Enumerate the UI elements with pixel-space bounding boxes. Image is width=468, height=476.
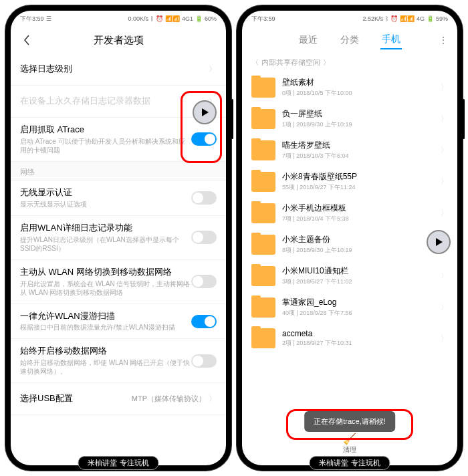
folder-row[interactable]: 喵生塔罗壁纸 7项 | 2018/10/3 下午6:04 〉 <box>242 134 457 166</box>
signal-icon: 📶📶 <box>165 15 180 22</box>
folder-name: 喵生塔罗壁纸 <box>282 140 434 151</box>
folder-name: 掌通家园_eLog <box>282 297 434 308</box>
page-title: 开发者选项 <box>11 34 226 47</box>
chevron-right-icon: 〉 <box>209 393 217 404</box>
toggle-mobile-always[interactable] <box>191 354 217 368</box>
tab-phone[interactable]: 手机 <box>380 31 402 49</box>
folder-name: accmeta <box>282 329 434 338</box>
row-wifi-cert[interactable]: 无线显示认证 显示无线显示认证选项 <box>11 181 226 216</box>
chevron-right-icon: 〉 <box>441 145 448 155</box>
row-wlan-mobile[interactable]: 主动从 WLAN 网络切换到移动数据网络 开启此设置后，系统会在 WLAN 信号… <box>11 260 226 304</box>
watermark: 米柚讲堂 专注玩机 <box>309 456 390 470</box>
status-netspeed: 2.52K/s <box>362 15 383 22</box>
folder-icon <box>251 172 275 192</box>
chevron-left-icon: 〈 <box>251 57 259 68</box>
chevron-right-icon: 〉 <box>441 208 448 218</box>
chevron-right-icon: 〉 <box>209 64 217 75</box>
folder-row[interactable]: 负一屏壁纸 1项 | 2018/9/30 上午10:19 〉 <box>242 103 457 134</box>
clean-button[interactable]: 🧹 清理 <box>242 433 457 455</box>
folder-name: 负一屏壁纸 <box>282 108 434 120</box>
broom-icon: 🧹 <box>242 433 457 445</box>
alarm-icon: ⏰ <box>156 15 163 22</box>
toggle-atrace[interactable] <box>191 132 217 146</box>
battery-pct: 59% <box>436 15 448 22</box>
folder-row[interactable]: 壁纸素材 0项 | 2018/10/5 下午10:00 〉 <box>242 72 457 103</box>
menu-icon[interactable]: ⋮ <box>439 35 448 45</box>
folder-row[interactable]: 掌通家园_eLog 40项 | 2018/9/28 下午7:56 〉 <box>242 291 457 323</box>
toggle-wlan-verbose[interactable] <box>191 231 217 244</box>
status-time: 下午3:59 <box>20 15 44 23</box>
battery-icon: 🔋 <box>427 15 434 22</box>
toggle-wlan-roam[interactable] <box>191 315 217 328</box>
folder-icon <box>251 78 275 98</box>
folder-meta: 55项 | 2018/9/27 下午11:24 <box>282 183 434 192</box>
folder-list[interactable]: 壁纸素材 0项 | 2018/10/5 下午10:00 〉 负一屏壁纸 1项 |… <box>242 72 457 465</box>
tab-category[interactable]: 分类 <box>339 31 360 49</box>
row-log-level[interactable]: 选择日志级别 〉 <box>11 53 226 86</box>
row-atrace[interactable]: 启用抓取 ATrace 启动 ATrace 可以便于协助开发人员分析和解决系统和… <box>11 118 226 162</box>
breadcrumb[interactable]: 〈 内部共享存储空间 〉 <box>242 53 457 72</box>
folder-meta: 40项 | 2018/9/28 下午7:56 <box>282 309 434 318</box>
tab-header: 最近 分类 手机 ⋮ <box>242 27 457 53</box>
folder-icon <box>251 235 275 255</box>
status-netspeed: 0.00K/s <box>128 15 148 22</box>
folder-icon <box>251 140 275 160</box>
folder-row[interactable]: accmeta 2项 | 2018/9/27 下午10:31 〉 <box>242 323 457 354</box>
bluetooth-icon: ᛒ <box>150 15 154 22</box>
signal-icon: 📶📶 <box>400 15 415 22</box>
folder-row[interactable]: 小米8青春版壁纸55P 55项 | 2018/9/27 下午11:24 〉 <box>242 166 457 197</box>
toast-message: 正在存储trace,请稍候! <box>304 411 395 432</box>
section-network: 网络 <box>11 162 226 181</box>
folder-name: 小米主题备份 <box>282 234 434 245</box>
folder-meta: 1项 | 2018/9/30 上午10:19 <box>282 120 434 129</box>
battery-icon: 🔋 <box>195 15 203 22</box>
folder-row[interactable]: 小米MIUI10通知栏 3项 | 2018/6/27 下午11:02 〉 <box>242 260 457 291</box>
folder-icon <box>251 328 275 348</box>
folder-row[interactable]: 小米手机边框模板 7项 | 2018/10/4 下午5:38 〉 <box>242 197 457 229</box>
screen-right: 下午3:59 2.52K/s ᛒ ⏰ 📶📶 4G 🔋 59% 最近 分类 手机 … <box>242 11 457 465</box>
chevron-right-icon: 〉 <box>441 302 448 312</box>
folder-icon <box>251 266 275 286</box>
folder-row[interactable]: 小米主题备份 8项 | 2018/9/30 上午10:19 〉 <box>242 229 457 260</box>
toggle-wlan-mobile[interactable] <box>191 275 217 288</box>
chevron-right-icon: 〉 <box>441 176 448 187</box>
folder-icon <box>251 109 275 129</box>
row-mobile-always[interactable]: 始终开启移动数据网络 始终开启移动数据网络，即使 WLAN 网络已开启（便于快速… <box>11 339 226 383</box>
chevron-right-icon: 〉 <box>441 82 448 92</box>
alarm-icon: ⏰ <box>390 15 398 22</box>
row-usb-config[interactable]: 选择USB配置 MTP（媒体传输协议） 〉 <box>11 383 226 415</box>
toggle-wifi-cert[interactable] <box>191 191 217 205</box>
network-type: 4G1 <box>182 15 193 22</box>
folder-meta: 2项 | 2018/9/27 下午10:31 <box>282 339 434 348</box>
usb-value: MTP（媒体传输协议） <box>132 394 206 404</box>
folder-meta: 3项 | 2018/6/27 下午11:02 <box>282 277 434 286</box>
chevron-right-icon: 〉 <box>441 271 448 281</box>
play-button[interactable] <box>193 100 217 124</box>
screen-left: 下午3:59 ☰ 0.00K/s ᛒ ⏰ 📶📶 4G1 🔋 60% 开发者选项 … <box>11 11 226 465</box>
phone-frame-right: 下午3:59 2.52K/s ᛒ ⏰ 📶📶 4G 🔋 59% 最近 分类 手机 … <box>237 5 463 471</box>
battery-pct: 60% <box>205 15 217 22</box>
phone-frame-left: 下午3:59 ☰ 0.00K/s ᛒ ⏰ 📶📶 4G1 🔋 60% 开发者选项 … <box>5 5 231 471</box>
statusbar: 下午3:59 ☰ 0.00K/s ᛒ ⏰ 📶📶 4G1 🔋 60% <box>11 11 226 27</box>
folder-icon <box>251 298 275 318</box>
folder-meta: 8项 | 2018/9/30 上午10:19 <box>282 246 434 255</box>
tab-recent[interactable]: 最近 <box>298 31 319 49</box>
statusbar: 下午3:59 2.52K/s ᛒ ⏰ 📶📶 4G 🔋 59% <box>242 11 457 27</box>
folder-name: 小米8青春版壁纸55P <box>282 171 434 183</box>
bluetooth-icon: ᛒ <box>385 15 388 22</box>
folder-icon <box>251 203 275 223</box>
folder-meta: 7项 | 2018/10/4 下午5:38 <box>282 215 434 223</box>
play-button[interactable] <box>427 230 451 254</box>
folder-name: 壁纸素材 <box>282 77 434 88</box>
folder-name: 小米MIUI10通知栏 <box>282 265 434 277</box>
folder-meta: 0项 | 2018/10/5 下午10:00 <box>282 89 434 98</box>
folder-meta: 7项 | 2018/10/3 下午6:04 <box>282 152 434 160</box>
status-time: 下午3:59 <box>251 15 275 23</box>
header: 开发者选项 <box>11 27 226 53</box>
chevron-right-icon: 〉 <box>441 334 448 344</box>
network-type: 4G <box>417 15 425 22</box>
watermark: 米柚讲堂 专注玩机 <box>78 456 158 470</box>
chevron-right-icon: 〉 <box>441 114 448 124</box>
row-wlan-verbose[interactable]: 启用WLAN详细日志记录功能 提升WLAN日志记录级别（在WLAN选择器中显示每… <box>11 216 226 260</box>
row-wlan-roam[interactable]: 一律允许WLAN漫游扫描 根据接口中目前的数据流量允许/禁止WLAN漫游扫描 <box>11 304 226 340</box>
